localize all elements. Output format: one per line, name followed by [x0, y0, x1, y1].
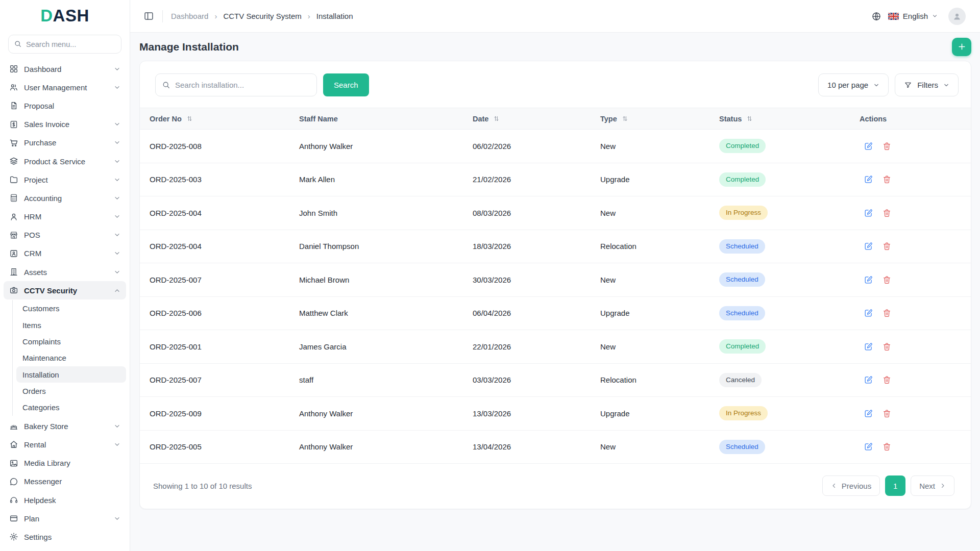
cell-order-no: ORD-2025-004	[150, 242, 299, 251]
chevron-left-icon	[831, 483, 837, 489]
gear-icon	[9, 532, 18, 541]
card-toolbar: Search 10 per page Filters	[140, 61, 971, 108]
sidebar-item-accounting[interactable]: Accounting	[4, 189, 126, 207]
trash-icon	[882, 308, 892, 318]
sidebar-item-label: Helpdesk	[24, 496, 56, 505]
sidebar-item-label: POS	[24, 231, 40, 239]
sidebar-subitem-maintenance[interactable]: Maintenance	[16, 350, 126, 366]
per-page-select[interactable]: 10 per page	[818, 73, 889, 96]
globe-button[interactable]	[871, 11, 881, 21]
breadcrumb-cctv-security-system[interactable]: CCTV Security System	[223, 12, 301, 20]
language-selector[interactable]: English	[888, 12, 938, 20]
cell-date: 08/03/2026	[473, 209, 600, 217]
cell-type: New	[600, 142, 719, 151]
delete-button[interactable]	[882, 174, 892, 184]
filters-button[interactable]: Filters	[895, 73, 959, 96]
sidebar-item-sales-invoice[interactable]: Sales Invoice	[4, 115, 126, 134]
column-header-order-no[interactable]: Order No	[150, 115, 299, 123]
cell-order-no: ORD-2025-001	[150, 342, 299, 351]
sidebar-subitem-complaints[interactable]: Complaints	[16, 333, 126, 349]
edit-icon	[864, 174, 873, 184]
sidebar-item-dashboard[interactable]: Dashboard	[4, 60, 126, 78]
installation-search-input[interactable]	[155, 73, 317, 96]
edit-icon	[864, 275, 873, 285]
delete-button[interactable]	[882, 308, 892, 318]
sidebar-item-messenger[interactable]: Messenger	[4, 472, 126, 491]
delete-button[interactable]	[882, 442, 892, 452]
breadcrumb-dashboard[interactable]: Dashboard	[171, 12, 208, 20]
sidebar-item-helpdesk[interactable]: Helpdesk	[4, 491, 126, 509]
topbar-right: English	[871, 8, 966, 25]
sidebar-menu: DashboardUser ManagementProposalSales In…	[0, 60, 130, 551]
delete-button[interactable]	[882, 208, 892, 218]
chevron-right-icon: ›	[214, 12, 217, 20]
sidebar-item-media-library[interactable]: Media Library	[4, 454, 126, 472]
delete-button[interactable]	[882, 342, 892, 352]
status-badge: Scheduled	[719, 239, 765, 254]
sidebar-subitem-items[interactable]: Items	[16, 317, 126, 333]
edit-button[interactable]	[864, 275, 873, 285]
sidebar-item-plan[interactable]: Plan	[4, 509, 126, 528]
sidebar-item-project[interactable]: Project	[4, 170, 126, 189]
edit-button[interactable]	[864, 375, 873, 385]
sidebar-item-label: Plan	[24, 514, 39, 523]
cell-staff-name: John Smith	[299, 209, 473, 217]
sidebar-item-user-management[interactable]: User Management	[4, 78, 126, 96]
edit-button[interactable]	[864, 241, 873, 251]
search-button[interactable]: Search	[323, 73, 369, 96]
edit-button[interactable]	[864, 174, 873, 184]
sidebar-subitem-installation[interactable]: Installation	[16, 366, 126, 383]
sidebar-item-label: Project	[24, 176, 48, 184]
sidebar-item-pos[interactable]: POS	[4, 226, 126, 244]
sidebar-item-cctv-security[interactable]: CCTV Security	[4, 281, 126, 299]
delete-button[interactable]	[882, 141, 892, 151]
edit-button[interactable]	[864, 308, 873, 318]
breadcrumb-current: Installation	[316, 12, 353, 20]
sidebar-item-proposal[interactable]: Proposal	[4, 96, 126, 115]
next-page-button[interactable]: Next	[911, 475, 954, 496]
table-row: ORD-2025-007staff03/03/2026RelocationCan…	[140, 364, 971, 397]
sidebar-item-settings[interactable]: Settings	[4, 528, 126, 546]
edit-button[interactable]	[864, 409, 873, 418]
sidebar-subitem-customers[interactable]: Customers	[16, 300, 126, 316]
sidebar-search-input[interactable]	[8, 35, 121, 54]
image-icon	[9, 459, 18, 468]
chevron-down-icon	[114, 121, 120, 128]
previous-page-button[interactable]: Previous	[822, 475, 880, 496]
sidebar-submenu: CustomersItemsComplaintsMaintenanceInsta…	[12, 300, 126, 416]
delete-button[interactable]	[882, 409, 892, 418]
sidebar-subitem-categories[interactable]: Categories	[16, 399, 126, 416]
cell-staff-name: James Garcia	[299, 342, 473, 351]
chevron-down-icon	[114, 84, 120, 91]
current-page-button[interactable]: 1	[885, 475, 905, 496]
column-header-type[interactable]: Type	[600, 115, 719, 123]
sidebar-item-label: Settings	[24, 533, 52, 541]
sidebar-item-purchase[interactable]: Purchase	[4, 134, 126, 152]
sidebar-item-hrm[interactable]: HRM	[4, 208, 126, 226]
delete-button[interactable]	[882, 375, 892, 385]
add-installation-button[interactable]	[952, 38, 971, 56]
sidebar-item-assets[interactable]: Assets	[4, 263, 126, 281]
column-header-date[interactable]: Date	[473, 115, 600, 123]
edit-icon	[864, 442, 873, 452]
user-avatar[interactable]	[948, 8, 966, 25]
edit-button[interactable]	[864, 208, 873, 218]
sidebar-item-rental[interactable]: Rental	[4, 435, 126, 454]
sidebar-toggle-button[interactable]	[143, 11, 154, 21]
edit-button[interactable]	[864, 342, 873, 352]
sidebar-item-bakery-store[interactable]: Bakery Store	[4, 417, 126, 435]
sidebar-item-crm[interactable]: CRM	[4, 244, 126, 263]
cell-actions	[860, 409, 971, 418]
delete-button[interactable]	[882, 241, 892, 251]
edit-button[interactable]	[864, 141, 873, 151]
chevron-down-icon	[114, 515, 120, 522]
sidebar-item-product-service[interactable]: Product & Service	[4, 152, 126, 170]
chevron-down-icon	[114, 158, 120, 165]
sidebar-item-label: Assets	[24, 268, 47, 277]
edit-button[interactable]	[864, 442, 873, 452]
cell-order-no: ORD-2025-009	[150, 409, 299, 418]
delete-button[interactable]	[882, 275, 892, 285]
sidebar-item-label: Media Library	[24, 459, 70, 467]
sidebar-subitem-orders[interactable]: Orders	[16, 383, 126, 399]
column-header-status[interactable]: Status	[719, 115, 860, 123]
